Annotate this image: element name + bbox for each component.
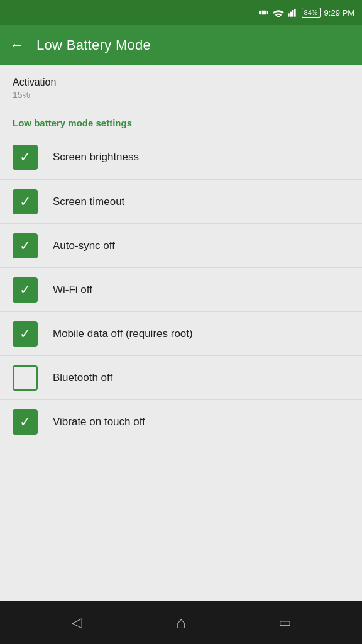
checkmark-icon: ✓ (19, 327, 31, 341)
checkbox-mobile-data-off[interactable]: ✓ (13, 321, 38, 347)
checkmark-icon: ✓ (19, 283, 31, 297)
checkmark-icon: ✓ (19, 195, 31, 209)
nav-back-button[interactable]: ◁ (63, 609, 91, 636)
setting-label-bluetooth-off: Bluetooth off (53, 372, 112, 384)
checkbox-auto-sync-off[interactable]: ✓ (13, 233, 38, 258)
nav-home-button[interactable]: ⌂ (167, 609, 195, 636)
settings-header: Low battery mode settings (0, 109, 362, 135)
checkbox-wifi-off[interactable]: ✓ (13, 277, 38, 303)
activation-value: 15% (13, 90, 349, 100)
activation-label: Activation (13, 77, 349, 88)
settings-header-text: Low battery mode settings (13, 118, 132, 128)
status-bar: 84% 9:29 PM (0, 0, 362, 25)
wifi-icon (273, 8, 284, 17)
setting-label-screen-brightness: Screen brightness (53, 151, 139, 164)
back-button[interactable]: ← (10, 37, 24, 53)
content-area: Activation 15% Low battery mode settings… (0, 65, 362, 601)
checkbox-vibrate-off[interactable]: ✓ (13, 409, 38, 435)
setting-label-vibrate-off: Vibrate on touch off (53, 416, 145, 428)
battery-indicator: 84% (302, 8, 321, 18)
setting-item-wifi-off[interactable]: ✓Wi-Fi off (0, 267, 362, 311)
setting-item-screen-brightness[interactable]: ✓Screen brightness (0, 135, 362, 179)
setting-item-mobile-data-off[interactable]: ✓Mobile data off (requires root) (0, 311, 362, 355)
status-icons: 84% 9:29 PM (259, 8, 354, 18)
setting-item-bluetooth-off[interactable]: Bluetooth off (0, 355, 362, 399)
signal-icon (288, 8, 298, 17)
setting-item-auto-sync-off[interactable]: ✓Auto-sync off (0, 223, 362, 267)
checkmark-icon: ✓ (19, 239, 31, 253)
setting-label-wifi-off: Wi-Fi off (53, 284, 92, 296)
svg-rect-1 (290, 12, 292, 17)
app-bar: ← Low Battery Mode (0, 25, 362, 65)
svg-rect-0 (288, 13, 290, 16)
page-title: Low Battery Mode (36, 37, 151, 53)
battery-level: 84% (302, 8, 321, 18)
setting-label-auto-sync-off: Auto-sync off (53, 240, 115, 252)
activation-section: Activation 15% (0, 65, 362, 109)
setting-label-screen-timeout: Screen timeout (53, 196, 124, 208)
nav-recents-button[interactable]: ▭ (271, 609, 299, 636)
checkbox-screen-timeout[interactable]: ✓ (13, 189, 38, 214)
checkmark-icon: ✓ (19, 150, 31, 164)
vibrate-icon (259, 8, 269, 18)
setting-label-mobile-data-off: Mobile data off (requires root) (53, 328, 193, 340)
setting-item-screen-timeout[interactable]: ✓Screen timeout (0, 179, 362, 223)
settings-list: ✓Screen brightness✓Screen timeout✓Auto-s… (0, 135, 362, 443)
setting-item-vibrate-off[interactable]: ✓Vibrate on touch off (0, 399, 362, 443)
nav-bar: ◁ ⌂ ▭ (0, 601, 362, 644)
checkbox-screen-brightness[interactable]: ✓ (13, 145, 38, 170)
svg-rect-3 (294, 9, 296, 17)
status-time: 9:29 PM (324, 8, 354, 18)
svg-rect-2 (292, 10, 293, 17)
checkbox-bluetooth-off[interactable] (13, 365, 38, 391)
checkmark-icon: ✓ (19, 415, 31, 429)
